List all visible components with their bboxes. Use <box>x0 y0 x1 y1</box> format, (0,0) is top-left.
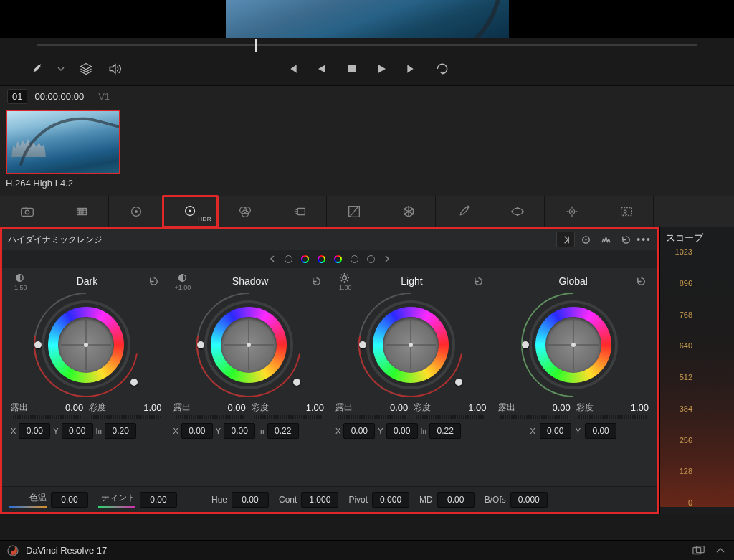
next-clip-icon[interactable] <box>405 62 419 76</box>
play-reverse-icon[interactable] <box>315 62 329 76</box>
pager-dot-5[interactable] <box>351 255 358 263</box>
hdr-zones-mode[interactable] <box>596 232 615 247</box>
wheel-shadow-sat[interactable]: 1.00 <box>306 402 324 413</box>
wheel-dark-exposure[interactable]: 0.00 <box>65 402 83 413</box>
layers-icon[interactable] <box>79 62 93 76</box>
wheel-shadow-control[interactable] <box>195 291 302 399</box>
wheel-shadow-toggle[interactable] <box>176 272 189 285</box>
wheel-global-label: Global <box>513 275 635 287</box>
sat-label: 彩度 <box>252 402 269 414</box>
wheel-light-sat-slider[interactable] <box>415 415 485 419</box>
tint-value[interactable]: 0.00 <box>140 492 177 508</box>
wheel-shadow-exposure[interactable]: 0.00 <box>227 402 245 413</box>
tab-window[interactable] <box>490 196 545 227</box>
temp-value[interactable]: 0.00 <box>51 492 88 508</box>
pager-dot-6[interactable] <box>367 255 375 263</box>
play-icon[interactable] <box>375 62 389 76</box>
wheel-global-x[interactable]: 0.00 <box>540 423 571 439</box>
clip-thumbnail[interactable] <box>6 110 120 174</box>
hdr-expand-button[interactable] <box>556 232 575 247</box>
hdr-panel: ハイダイナミックレンジ ••• <box>0 227 659 514</box>
pager-dot-1[interactable] <box>285 255 292 263</box>
hdr-bottom-controls: 色温0.00 ティント0.00 Hue0.00 Cont1.000 Pivot0… <box>2 486 657 512</box>
wheel-dark-l[interactable]: 0.20 <box>105 423 136 439</box>
tab-rgb-mixer[interactable] <box>218 196 272 227</box>
tab-curves[interactable] <box>327 196 381 227</box>
tab-warper[interactable] <box>381 196 436 227</box>
wheel-shadow-x[interactable]: 0.00 <box>181 423 213 439</box>
tab-hdr[interactable]: HDR <box>163 196 218 227</box>
tab-magic-mask[interactable] <box>599 196 654 227</box>
tab-tracker[interactable] <box>545 196 599 227</box>
pager-dot-4[interactable] <box>334 255 342 263</box>
hdr-menu-button[interactable]: ••• <box>637 234 652 245</box>
wheel-light-reset[interactable] <box>472 275 485 288</box>
track-label: V1 <box>98 91 110 102</box>
wheel-global-exposure[interactable]: 0.00 <box>552 402 570 413</box>
clip-timecode[interactable]: 00:00:00:00 <box>34 91 84 102</box>
wheel-light-exposure[interactable]: 0.00 <box>390 402 408 413</box>
wheel-dark-toggle[interactable] <box>13 272 26 285</box>
sat-label: 彩度 <box>576 402 594 414</box>
pager-dot-2[interactable] <box>301 255 309 263</box>
pager-dot-3[interactable] <box>318 255 325 263</box>
wheel-shadow-reset[interactable] <box>310 275 323 288</box>
wheel-shadow-y[interactable]: 0.00 <box>224 423 255 439</box>
wheel-light: -1.00 Light 露出0.00 彩度1.00 X0.00 <box>331 274 491 483</box>
hdr-reset-button[interactable] <box>616 232 635 247</box>
wheel-light-y[interactable]: 0.00 <box>386 423 418 439</box>
stop-icon[interactable] <box>345 62 359 76</box>
wheel-dark-sat[interactable]: 1.00 <box>143 402 161 413</box>
tab-motion-effects[interactable] <box>272 196 327 227</box>
bofs-value[interactable]: 0.000 <box>510 492 548 508</box>
wheel-dark-reset[interactable] <box>148 275 161 288</box>
scope-panel: スコープ 1023 896 768 640 512 384 256 128 0 <box>659 227 734 514</box>
svg-point-24 <box>585 239 586 240</box>
wheel-global-exp-slider[interactable] <box>500 415 569 419</box>
svg-rect-1 <box>21 208 33 216</box>
tab-camera-raw[interactable] <box>0 196 54 227</box>
timeline-scrub[interactable] <box>0 38 734 52</box>
wheel-shadow-exp-slider[interactable] <box>175 415 244 419</box>
md-value[interactable]: 0.00 <box>437 492 475 508</box>
wheel-light-toggle[interactable] <box>338 272 351 285</box>
wheel-dark-exp-slider[interactable] <box>12 415 82 419</box>
tab-color-match[interactable] <box>54 196 109 227</box>
eyedropper-icon[interactable] <box>29 62 43 76</box>
tab-qualifier[interactable] <box>436 196 490 227</box>
chevron-up-icon[interactable] <box>714 545 727 556</box>
viewer-image[interactable] <box>226 0 509 38</box>
wheel-global-y[interactable]: 0.00 <box>585 423 616 439</box>
wheel-light-l[interactable]: 0.22 <box>429 423 461 439</box>
wheel-shadow-sat-slider[interactable] <box>253 415 323 419</box>
pivot-value[interactable]: 0.000 <box>372 492 409 508</box>
wheel-dark-sat-slider[interactable] <box>90 415 160 419</box>
prev-clip-icon[interactable] <box>285 62 299 76</box>
wheel-global-sat[interactable]: 1.00 <box>631 402 649 413</box>
wheel-dark-x[interactable]: 0.00 <box>19 423 50 439</box>
wheel-global-control[interactable] <box>520 291 627 399</box>
wheel-light-x[interactable]: 0.00 <box>343 423 375 439</box>
pager-next[interactable] <box>383 255 391 262</box>
wheel-dark-control[interactable] <box>32 291 140 399</box>
wheel-light-exp-slider[interactable] <box>337 415 406 419</box>
playhead[interactable] <box>255 39 257 52</box>
cont-value[interactable]: 1.000 <box>301 492 338 508</box>
wheel-dark-y[interactable]: 0.00 <box>62 423 93 439</box>
loop-icon[interactable] <box>435 62 449 76</box>
cards-icon[interactable] <box>692 545 705 556</box>
wheel-global-sat-slider[interactable] <box>578 415 647 419</box>
pager-prev[interactable] <box>269 255 276 262</box>
wheel-light-control[interactable] <box>357 291 464 399</box>
hue-value[interactable]: 0.00 <box>232 492 269 508</box>
chevron-down-icon[interactable] <box>57 65 65 72</box>
wheel-global-reset[interactable] <box>634 275 647 288</box>
volume-icon[interactable] <box>108 62 122 76</box>
wheel-shadow-l[interactable]: 0.22 <box>267 423 299 439</box>
wheel-light-sat[interactable]: 1.00 <box>468 402 486 413</box>
tab-primaries[interactable] <box>109 196 163 227</box>
hdr-wheels-mode[interactable] <box>576 232 595 247</box>
svg-rect-4 <box>77 208 86 214</box>
svg-point-17 <box>517 208 518 209</box>
hdr-sublabel: HDR <box>198 216 211 222</box>
